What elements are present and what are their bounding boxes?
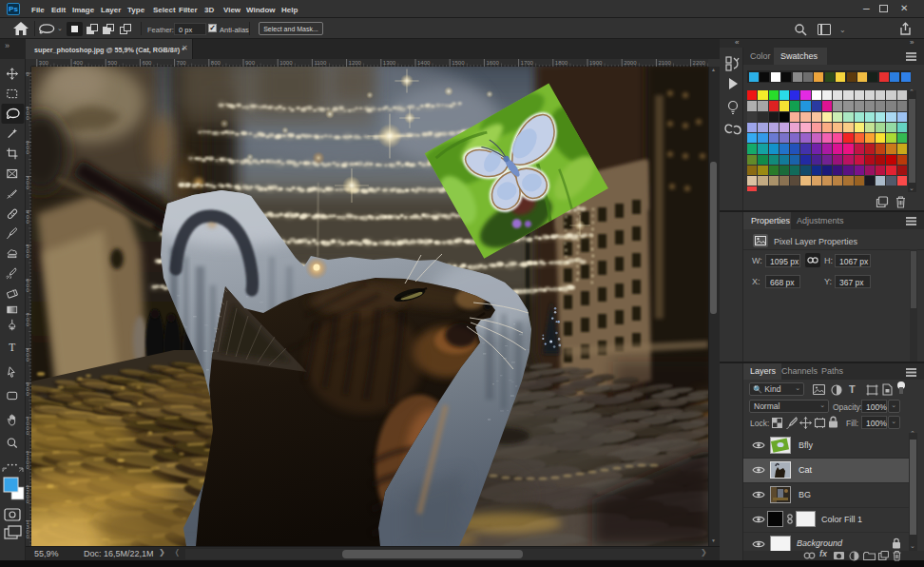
svg-text:0: 0 bbox=[27, 71, 29, 77]
svg-text:1800: 1800 bbox=[555, 60, 568, 66]
svg-text:0: 0 bbox=[27, 287, 29, 293]
svg-text:0: 0 bbox=[27, 185, 29, 190]
svg-text:0: 0 bbox=[27, 357, 29, 362]
svg-text:700: 700 bbox=[177, 60, 187, 66]
svg-text:1700: 1700 bbox=[521, 60, 534, 66]
svg-text:0: 0 bbox=[27, 253, 29, 259]
svg-text:1300: 1300 bbox=[383, 60, 396, 66]
svg-text:0: 0 bbox=[27, 391, 29, 397]
svg-text:1900: 1900 bbox=[589, 60, 603, 66]
svg-text:0: 0 bbox=[27, 499, 29, 504]
svg-text:400: 400 bbox=[73, 60, 84, 66]
svg-text:0: 0 bbox=[27, 322, 29, 327]
svg-text:0: 0 bbox=[27, 534, 29, 539]
svg-text:300: 300 bbox=[39, 60, 49, 66]
svg-text:500: 500 bbox=[107, 60, 118, 66]
svg-text:0: 0 bbox=[27, 219, 29, 225]
svg-text:600: 600 bbox=[142, 60, 152, 66]
svg-text:900: 900 bbox=[245, 60, 256, 66]
svg-text:2000: 2000 bbox=[624, 60, 637, 66]
svg-text:2100: 2100 bbox=[658, 60, 671, 66]
svg-text:800: 800 bbox=[211, 60, 221, 66]
svg-text:0: 0 bbox=[27, 149, 29, 155]
svg-text:1200: 1200 bbox=[349, 60, 362, 66]
svg-text:1400: 1400 bbox=[417, 60, 431, 66]
svg-text:2200: 2200 bbox=[693, 60, 706, 66]
svg-text:1100: 1100 bbox=[314, 60, 327, 66]
svg-text:0: 0 bbox=[27, 430, 29, 436]
svg-text:T: T bbox=[9, 342, 15, 353]
svg-text:1000: 1000 bbox=[279, 60, 293, 66]
svg-text:1500: 1500 bbox=[452, 60, 465, 66]
svg-text:0: 0 bbox=[27, 115, 29, 121]
svg-text:0: 0 bbox=[27, 464, 29, 470]
svg-text:1600: 1600 bbox=[486, 60, 499, 66]
